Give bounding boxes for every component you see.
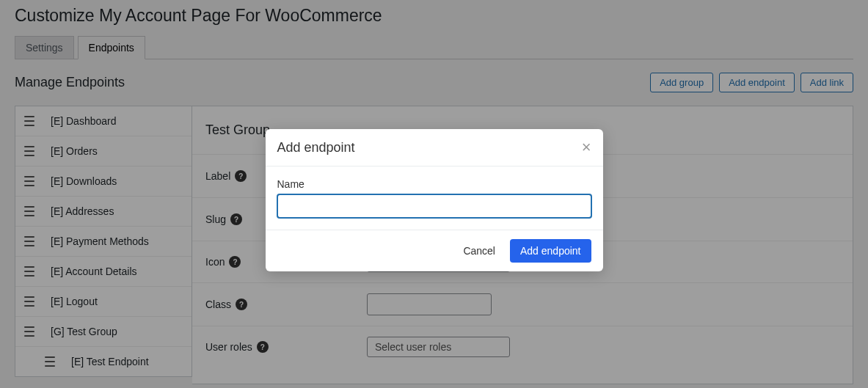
cancel-button[interactable]: Cancel <box>459 244 500 257</box>
modal-title: Add endpoint <box>277 140 355 155</box>
endpoint-name-input[interactable] <box>277 194 591 218</box>
modal-name-label: Name <box>277 178 591 190</box>
confirm-add-endpoint-button[interactable]: Add endpoint <box>510 239 591 263</box>
close-icon[interactable]: × <box>582 139 591 155</box>
add-endpoint-modal: Add endpoint × Name Cancel Add endpoint <box>266 129 603 271</box>
